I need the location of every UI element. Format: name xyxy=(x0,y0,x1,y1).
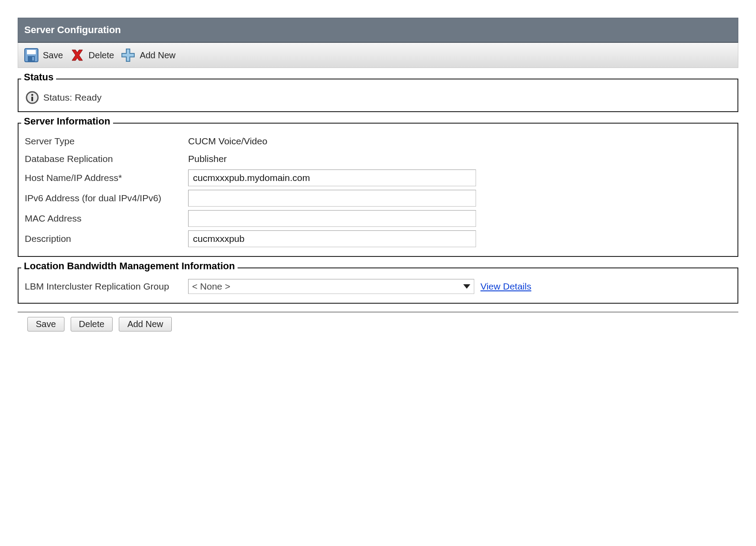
svg-rect-3 xyxy=(32,57,34,60)
status-text: Status: Ready xyxy=(43,92,102,103)
row-ipv6: IPv6 Address (for dual IPv4/IPv6) xyxy=(25,188,731,208)
server-info-legend: Server Information xyxy=(21,116,113,127)
svg-rect-1 xyxy=(27,50,36,54)
row-lbm-group: LBM Intercluster Replication Group < Non… xyxy=(25,277,731,296)
page-root: Server Configuration Save Delete xyxy=(0,0,756,342)
lbm-group: Location Bandwidth Management Informatio… xyxy=(18,267,738,304)
status-group: Status Status: Ready xyxy=(18,79,738,112)
label-description: Description xyxy=(25,232,188,246)
label-ipv6: IPv6 Address (for dual IPv4/IPv6) xyxy=(25,191,188,205)
info-icon xyxy=(26,91,39,104)
label-hostname: Host Name/IP Address* xyxy=(25,171,188,185)
server-info-group: Server Information Server Type CUCM Voic… xyxy=(18,123,738,257)
row-mac: MAC Address xyxy=(25,208,731,229)
hostname-input[interactable] xyxy=(188,169,476,186)
mac-input[interactable] xyxy=(188,210,476,227)
add-new-button-bottom[interactable]: Add New xyxy=(119,317,171,331)
add-new-button-label: Add New xyxy=(140,50,175,60)
delete-button[interactable]: Delete xyxy=(69,47,114,63)
page-title: Server Configuration xyxy=(24,24,121,35)
value-db-replication: Publisher xyxy=(188,152,471,166)
label-db-replication: Database Replication xyxy=(25,152,188,166)
chevron-down-icon xyxy=(463,284,470,289)
toolbar: Save Delete Add New xyxy=(18,43,738,68)
title-bar: Server Configuration xyxy=(18,18,738,43)
status-row: Status: Ready xyxy=(25,88,731,104)
ipv6-input[interactable] xyxy=(188,190,476,207)
bottom-button-bar: Save Delete Add New xyxy=(18,312,738,342)
label-mac: MAC Address xyxy=(25,211,188,226)
row-db-replication: Database Replication Publisher xyxy=(25,150,731,168)
description-input[interactable] xyxy=(188,230,476,247)
add-new-button[interactable]: Add New xyxy=(120,47,175,63)
lbm-legend: Location Bandwidth Management Informatio… xyxy=(21,260,238,272)
plus-icon xyxy=(120,47,136,63)
delete-button-label: Delete xyxy=(89,50,114,60)
delete-icon xyxy=(69,47,85,63)
view-details-link[interactable]: View Details xyxy=(480,281,531,292)
row-hostname: Host Name/IP Address* xyxy=(25,168,731,188)
label-lbm-group: LBM Intercluster Replication Group xyxy=(25,279,188,294)
lbm-group-selected: < None > xyxy=(192,281,230,292)
svg-point-5 xyxy=(31,94,34,96)
lbm-group-select[interactable]: < None > xyxy=(188,279,474,294)
svg-rect-6 xyxy=(31,97,33,101)
label-server-type: Server Type xyxy=(25,134,188,148)
delete-button-bottom[interactable]: Delete xyxy=(71,317,113,331)
status-legend: Status xyxy=(21,72,56,83)
save-button-label: Save xyxy=(43,50,63,60)
save-icon xyxy=(23,47,39,63)
row-description: Description xyxy=(25,229,731,249)
save-button-bottom[interactable]: Save xyxy=(27,317,64,331)
value-server-type: CUCM Voice/Video xyxy=(188,134,471,148)
save-button[interactable]: Save xyxy=(23,47,63,63)
row-server-type: Server Type CUCM Voice/Video xyxy=(25,132,731,150)
